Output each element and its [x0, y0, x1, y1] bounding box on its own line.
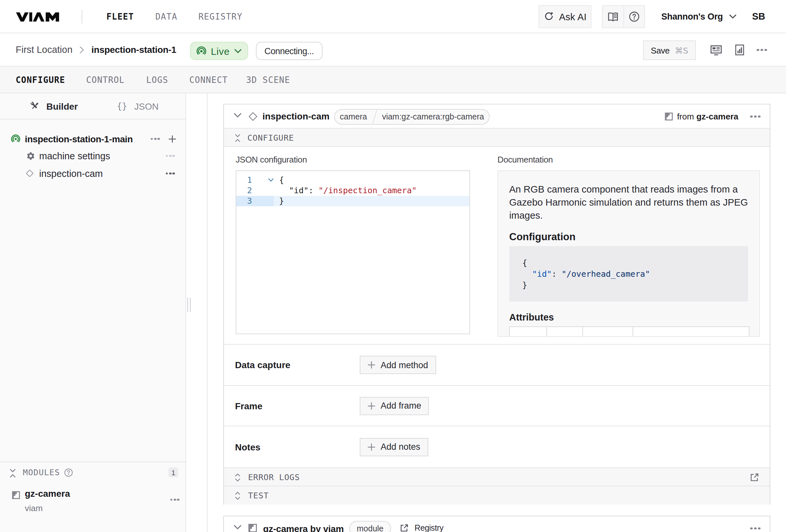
inspection-cam-menu-button[interactable]	[166, 172, 175, 175]
frame-label: Frame	[235, 400, 262, 411]
tab-control[interactable]: CONTROL	[86, 67, 125, 93]
machine-menu-button[interactable]	[757, 33, 767, 67]
tree-item-inspection-cam[interactable]: inspection-cam	[0, 164, 185, 182]
modules-section: MODULES 1 gz-camera viam	[0, 462, 185, 532]
machine-report-button[interactable]	[735, 33, 744, 67]
config-sidebar: Builder {} JSON inspection-station-1-mai…	[0, 93, 186, 532]
breadcrumb-chevron-icon	[79, 46, 84, 53]
add-frame-button[interactable]: Add frame	[360, 397, 429, 415]
tab-configure[interactable]: CONFIGURE	[16, 67, 65, 93]
ellipsis-icon	[750, 115, 761, 117]
topnav-fleet[interactable]: FLEET	[107, 0, 134, 33]
module-card-header: gz-camera by viam module Registry	[224, 516, 770, 532]
tree-main-menu-button[interactable]	[151, 138, 160, 140]
tree-item-main-part[interactable]: inspection-station-1-main	[0, 130, 185, 147]
tree-main-part-label: inspection-station-1-main	[25, 134, 133, 144]
tree-item-machine-settings[interactable]: machine settings	[0, 147, 185, 164]
module-name: gz-camera	[25, 488, 70, 499]
top-nav-bar: FLEET DATA REGISTRY Ask AI Shannon's Org…	[0, 0, 786, 33]
live-broadcast-icon	[196, 46, 206, 56]
plus-icon	[368, 443, 375, 451]
ask-ai-icon	[544, 11, 555, 22]
configure-section-header[interactable]: CONFIGURE	[224, 129, 770, 147]
component-type-chip: camera viam:gz-camera:rgb-camera	[334, 109, 490, 124]
topnav-registry[interactable]: REGISTRY	[199, 0, 242, 33]
documentation-label: Documentation	[498, 155, 553, 164]
configure-header-label: CONFIGURE	[248, 133, 294, 142]
notes-label: Notes	[235, 442, 260, 452]
module-icon-small	[665, 112, 673, 121]
module-menu-button[interactable]	[750, 516, 761, 532]
monitor-icon	[710, 45, 722, 55]
module-type-icon	[248, 524, 257, 532]
ellipsis-icon	[750, 527, 761, 529]
nav-divider	[82, 10, 82, 23]
add-component-button[interactable]	[168, 135, 176, 143]
expand-section-icon[interactable]	[235, 473, 240, 482]
machine-status-dropdown[interactable]: Live	[190, 42, 248, 60]
component-diamond-icon	[248, 112, 258, 121]
breadcrumb-location[interactable]: First Location	[16, 44, 72, 55]
registry-label: Registry	[415, 524, 444, 532]
tree-inspection-cam-label: inspection-cam	[39, 168, 103, 179]
modules-collapse-icon[interactable]	[10, 469, 16, 478]
tab-logs[interactable]: LOGS	[146, 67, 168, 93]
chevron-down-icon	[730, 14, 737, 19]
mode-json-button[interactable]: {} JSON	[117, 93, 159, 119]
doc-attributes-heading: Attributes	[509, 310, 748, 324]
error-logs-section[interactable]: ERROR LOGS	[224, 468, 770, 486]
control-monitor-button[interactable]	[710, 33, 722, 67]
mode-builder-button[interactable]: Builder	[30, 93, 78, 119]
gear-icon	[26, 152, 35, 161]
tab-connect[interactable]: CONNECT	[189, 67, 228, 93]
card-collapse-chevron-icon[interactable]	[234, 113, 241, 118]
help-icon	[629, 11, 640, 22]
modules-help-icon[interactable]	[64, 468, 73, 477]
frame-section: Frame Add frame	[224, 386, 770, 426]
module-icon	[12, 491, 20, 499]
notes-section: Notes Add notes	[224, 426, 770, 468]
documentation-panel[interactable]: An RGB camera component that reads image…	[498, 170, 760, 337]
json-editor[interactable]: 1 { 2 "id": "/inspection_camera" 3 }	[236, 170, 470, 334]
doc-description: An RGB camera component that reads image…	[509, 182, 748, 222]
collapse-section-icon[interactable]	[235, 134, 240, 142]
builder-tools-icon	[30, 101, 40, 111]
add-notes-button[interactable]: Add notes	[360, 438, 428, 456]
topnav-data[interactable]: DATA	[155, 0, 177, 33]
doc-attributes-table	[509, 326, 749, 337]
panel-divider	[207, 93, 208, 532]
fold-chevron-icon[interactable]	[268, 178, 274, 182]
card-collapse-chevron-icon[interactable]	[234, 525, 241, 530]
avatar[interactable]: SB	[752, 0, 765, 33]
viam-logo[interactable]	[16, 13, 60, 22]
json-config-label: JSON configuration	[236, 155, 307, 164]
component-menu-button[interactable]	[750, 105, 761, 129]
org-switcher[interactable]: Shannon's Org	[661, 0, 737, 33]
open-logs-external-icon[interactable]	[749, 472, 759, 482]
json-brace-icon: {}	[117, 101, 127, 111]
add-method-button[interactable]: Add method	[360, 356, 436, 374]
machine-tab-bar: CONFIGURE CONTROL LOGS CONNECT 3D SCENE	[0, 67, 786, 93]
data-capture-label: Data capture	[235, 360, 291, 370]
connecting-button[interactable]: Connecting...	[256, 42, 322, 60]
machine-settings-menu-button[interactable]	[166, 155, 175, 157]
editor-line-3[interactable]: 3 }	[236, 196, 469, 206]
book-icon	[607, 11, 619, 22]
expand-section-icon[interactable]	[235, 491, 240, 500]
module-card-title: gz-camera by viam	[263, 523, 344, 532]
builder-label: Builder	[46, 101, 78, 111]
editor-line-2[interactable]: 2 "id": "/inspection_camera"	[236, 185, 469, 196]
sidebar-resize-handle[interactable]	[187, 298, 191, 312]
save-button[interactable]: Save ⌘S	[643, 41, 696, 60]
registry-link[interactable]: Registry	[399, 516, 444, 532]
module-list-item[interactable]: gz-camera viam	[0, 488, 185, 518]
editor-line-1[interactable]: 1 {	[236, 175, 469, 185]
ask-ai-button[interactable]: Ask AI	[538, 5, 592, 28]
docs-button[interactable]	[603, 6, 623, 27]
modules-count-badge: 1	[168, 467, 178, 477]
tab-3d-scene[interactable]: 3D SCENE	[246, 67, 290, 93]
save-label: Save	[651, 45, 670, 55]
test-section[interactable]: TEST	[224, 486, 770, 505]
module-menu-button[interactable]	[170, 499, 180, 501]
help-button[interactable]	[623, 6, 644, 27]
